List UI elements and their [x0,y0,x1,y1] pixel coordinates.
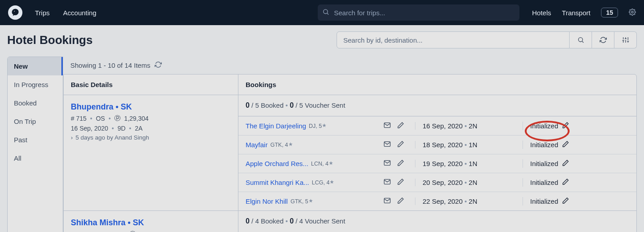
mail-icon[interactable] [384,122,391,130]
voucher-label: / 4 Voucher Sent [295,217,345,225]
edit-status-icon[interactable] [562,178,569,187]
svg-line-1 [327,13,328,15]
trip-meta-1: # 607• FS-607T• ⓟ 62,000 [71,230,231,232]
nav-hotels[interactable]: Hotels [532,9,551,17]
col-basic-details: Basic Details [64,74,238,95]
edit-status-icon[interactable] [562,140,569,149]
search-icon [322,9,329,17]
filter-input[interactable] [337,31,570,48]
hotel-row: Elgin Nor KhillGTK, 522 Sep, 2020 • 2NIn… [238,192,636,210]
svg-point-3 [578,38,582,42]
notification-badge[interactable]: 15 [601,8,618,18]
gear-icon[interactable] [629,9,636,17]
hotel-status-cell: Initialized [523,178,599,187]
voucher-count: 0 [290,217,294,225]
hotel-status-cell: Initialized [523,197,599,206]
trip-updated: › 5 days ago by Anand Singh [71,134,231,141]
hotel-list: The Elgin DarjeelingDJ, 516 Sep, 2020 • … [238,116,636,210]
right-nav: Hotels Transport 15 [532,8,636,18]
voucher-count: 0 [290,101,294,109]
hotel-name-cell: MayfairGTK, 4 [238,141,384,149]
edit-status-icon[interactable] [562,159,569,168]
hotel-actions [384,178,415,187]
hotel-date-cell: 20 Sep, 2020 • 2N [415,179,523,186]
status-tabs: New In Progress Booked On Trip Past All [7,57,63,232]
hotel-name-cell: Summit Khangri Ka...LCG, 4 [238,179,384,186]
col-bookings: Bookings [238,74,636,95]
edit-icon[interactable] [397,178,404,187]
hotel-code: GTK, 5 [290,198,313,205]
hotel-date: 19 Sep, 2020 [423,160,462,167]
hotel-status-cell: Initialized [523,140,599,149]
filter-search-button[interactable] [570,31,592,48]
booking-summary: 0 / 4 Booked • 0 / 4 Voucher Sent [238,211,636,232]
hotel-code: DJ, 5 [309,123,327,129]
tab-in-progress[interactable]: In Progress [8,75,63,94]
global-search [318,4,519,21]
hotel-name[interactable]: Mayfair [246,141,268,149]
hotel-name-cell: Elgin Nor KhillGTK, 5 [238,197,384,205]
hotel-name[interactable]: Elgin Nor Khill [246,197,288,205]
hotel-nights: 2N [469,122,477,130]
page-title: Hotel Bookings [7,33,93,47]
hotel-date-cell: 22 Sep, 2020 • 2N [415,197,523,205]
price-icon: ⓟ [114,114,121,123]
svg-point-0 [324,9,328,13]
hotel-row: The Elgin DarjeelingDJ, 516 Sep, 2020 • … [238,116,636,135]
mail-icon[interactable] [384,159,391,168]
main-nav: Trips Accounting [35,9,96,17]
tab-new[interactable]: New [8,57,63,75]
basic-details-cell: Shikha Mishra • SK # 607• FS-607T• ⓟ 62,… [64,211,238,232]
edit-icon[interactable] [397,122,404,130]
mail-icon[interactable] [384,178,391,187]
hotel-status-cell: Initialized [523,122,599,130]
mail-icon[interactable] [384,140,391,149]
bookings-table: Basic Details Bookings Bhupendra • SK # … [63,74,637,232]
bookings-cell: 0 / 4 Booked • 0 / 4 Voucher Sent [238,211,636,232]
table-header: Basic Details Bookings [64,74,636,95]
nav-trips[interactable]: Trips [35,9,50,17]
tab-all[interactable]: All [8,149,63,167]
voucher-label: / 5 Voucher Sent [295,101,345,109]
hotel-date: 16 Sep, 2020 [423,122,462,130]
filter-refresh-button[interactable] [592,31,614,48]
table-row: Shikha Mishra • SK # 607• FS-607T• ⓟ 62,… [64,211,636,232]
tab-past[interactable]: Past [8,131,63,149]
hotel-status: Initialized [530,141,558,149]
refresh-icon[interactable] [155,61,162,70]
hotel-status-cell: Initialized [523,159,599,168]
edit-status-icon[interactable] [562,122,569,130]
tab-on-trip[interactable]: On Trip [8,112,63,131]
hotel-date-cell: 19 Sep, 2020 • 1N [415,160,523,167]
filter-settings-button[interactable] [614,31,637,48]
page-header: Hotel Bookings [7,31,637,48]
trip-name[interactable]: Shikha Mishra • SK [71,218,231,228]
svg-point-2 [631,11,633,13]
mail-icon[interactable] [384,197,391,206]
svg-line-4 [582,41,583,43]
trip-duration: 9D [117,125,125,132]
edit-icon[interactable] [397,140,404,149]
hotel-name[interactable]: Apple Orchard Res... [246,160,308,167]
hotel-name-cell: The Elgin DarjeelingDJ, 5 [238,122,384,130]
global-search-input[interactable] [318,4,519,21]
hotel-nights: 1N [469,160,477,167]
result-count: Showing 1 - 10 of 14 Items [63,57,637,74]
hotel-name[interactable]: The Elgin Darjeeling [246,122,306,130]
hotel-row: MayfairGTK, 418 Sep, 2020 • 1NInitialize… [238,135,636,154]
app-logo[interactable] [8,5,22,20]
tab-booked[interactable]: Booked [8,94,63,112]
hotel-date: 18 Sep, 2020 [423,141,462,149]
edit-status-icon[interactable] [562,197,569,206]
table-row: Bhupendra • SK # 715• OS• ⓟ 1,29,304 16 … [64,95,636,211]
booked-label: / 4 Booked [251,217,284,225]
edit-icon[interactable] [397,159,404,168]
trip-id: # 715 [71,115,86,122]
booked-count: 0 [246,217,250,225]
hotel-name[interactable]: Summit Khangri Ka... [246,179,309,186]
nav-accounting[interactable]: Accounting [63,9,96,17]
trip-date: 16 Sep, 2020 [71,125,108,132]
nav-transport[interactable]: Transport [562,9,591,17]
trip-name[interactable]: Bhupendra • SK [71,102,231,112]
edit-icon[interactable] [397,197,404,206]
